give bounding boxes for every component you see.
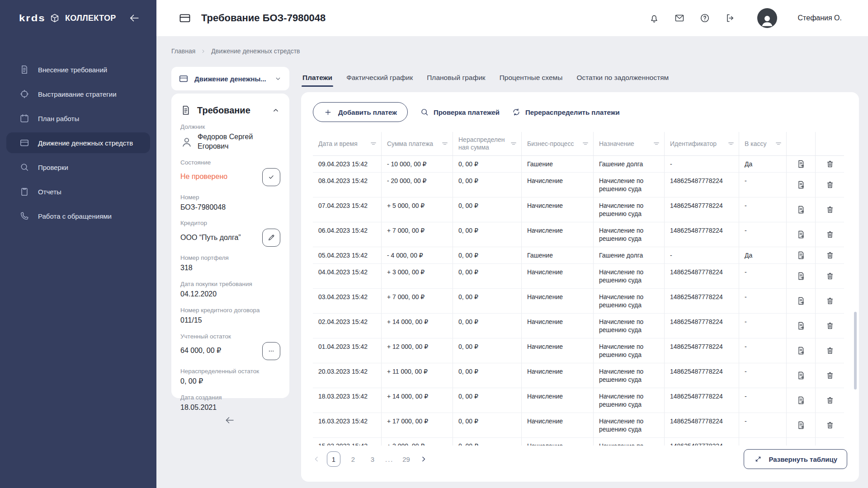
breadcrumb-home[interactable]: Главная: [171, 47, 195, 55]
tab-4[interactable]: Остатки по задолженностям: [576, 69, 670, 87]
delete-payment-button[interactable]: [824, 369, 836, 382]
payment-document-button[interactable]: [795, 270, 807, 282]
check-payments-button[interactable]: Проверка платежей: [420, 108, 500, 117]
payment-document-button[interactable]: [795, 394, 807, 407]
requirement-field: Номер портфеля 318: [180, 254, 280, 273]
page-button-2[interactable]: 2: [346, 451, 360, 467]
tab-0[interactable]: Платежи: [302, 69, 333, 87]
expand-icon: [754, 455, 763, 464]
table-row[interactable]: 20.03.2023 15:42 + 11 000, 00 ₽ 0, 00 ₽ …: [313, 363, 844, 388]
filter-icon[interactable]: [369, 140, 377, 148]
sidebar-item-6[interactable]: Работа с обращениями: [6, 206, 150, 226]
chevron-down-icon: [274, 75, 282, 83]
payment-document-button[interactable]: [795, 344, 807, 357]
delete-payment-button[interactable]: [824, 203, 836, 216]
requirement-field: Номер кредитного договора 011/15: [180, 307, 280, 325]
page-button-1[interactable]: 1: [327, 451, 340, 467]
delete-payment-button[interactable]: [824, 270, 836, 282]
payment-document-button[interactable]: [795, 369, 807, 382]
column-header: Идентификатор: [665, 132, 739, 155]
delete-payment-button[interactable]: [824, 178, 836, 191]
delete-payment-button[interactable]: [824, 228, 836, 241]
logout-button[interactable]: [725, 13, 736, 23]
table-row[interactable]: 09.04.2023 15:42 - 10 000, 00 ₽ 0, 00 ₽ …: [313, 156, 844, 173]
sidebar-item-2[interactable]: План работы: [6, 108, 150, 129]
delete-payment-button[interactable]: [824, 394, 836, 407]
next-page-button[interactable]: [419, 455, 428, 464]
help-button[interactable]: [699, 13, 710, 23]
table-row[interactable]: 16.03.2023 15:42 + 17 000, 00 ₽ 0, 00 ₽ …: [313, 413, 844, 438]
cell-identifier: 148625487778224: [665, 314, 739, 338]
expand-table-button[interactable]: Развернуть таблицу: [744, 449, 847, 469]
filter-icon[interactable]: [774, 140, 783, 148]
section-dropdown-label: Движение денежны...: [194, 75, 268, 83]
cell-undistributed: 0, 00 ₽: [453, 388, 522, 413]
add-payment-button[interactable]: Добавить платеж: [313, 102, 408, 122]
sidebar-item-1[interactable]: Выстраивание стратегии: [6, 84, 150, 104]
delete-payment-button[interactable]: [824, 344, 836, 357]
delete-payment-button[interactable]: [824, 158, 836, 170]
delete-payment-button[interactable]: [824, 419, 836, 432]
sidebar-item-3[interactable]: Движение денежных стредств: [6, 132, 150, 153]
filter-icon[interactable]: [581, 140, 590, 148]
redistribute-payments-button[interactable]: Перераспределить платежи: [512, 108, 620, 117]
table-scrollbar[interactable]: [854, 312, 857, 389]
delete-payment-button[interactable]: [824, 444, 836, 446]
table-row[interactable]: 07.04.2023 15:42 + 5 000, 00 ₽ 0, 00 ₽ Н…: [313, 197, 844, 222]
sidebar-item-5[interactable]: Отчеты: [6, 181, 150, 202]
cell-process: Гашение: [522, 247, 594, 263]
filter-icon[interactable]: [509, 140, 518, 148]
table-row[interactable]: 03.04.2023 15:42 + 7 000, 00 ₽ 0, 00 ₽ Н…: [313, 289, 844, 314]
section-dropdown[interactable]: Движение денежны...: [171, 67, 289, 90]
delete-payment-button[interactable]: [824, 319, 836, 332]
table-row[interactable]: 01.04.2023 15:42 + 12 000, 00 ₽ 0, 00 ₽ …: [313, 338, 844, 363]
sidebar-item-4[interactable]: Проверки: [6, 157, 150, 178]
mail-button[interactable]: [674, 13, 685, 23]
payment-document-button[interactable]: [795, 295, 807, 307]
payment-document-button[interactable]: [795, 158, 807, 170]
table-row[interactable]: 18.03.2023 15:42 + 14 000, 00 ₽ 0, 00 ₽ …: [313, 388, 844, 413]
confirm-status-button[interactable]: [262, 168, 280, 186]
payment-document-button[interactable]: [795, 444, 807, 446]
target-icon: [19, 89, 29, 99]
table-row[interactable]: 05.04.2023 15:42 - 4 000, 00 ₽ 0, 00 ₽ Г…: [313, 247, 844, 264]
delete-payment-button[interactable]: [824, 249, 836, 262]
payment-document-button[interactable]: [795, 228, 807, 241]
filter-icon[interactable]: [727, 140, 735, 148]
payment-document-button[interactable]: [795, 178, 807, 191]
tab-3[interactable]: Процентные схемы: [499, 69, 564, 87]
panel-back-button[interactable]: [224, 415, 235, 426]
more-actions-button[interactable]: [262, 342, 280, 360]
page-button-29[interactable]: 29: [400, 451, 413, 467]
cell-purpose: Начисление по решению суда: [594, 438, 665, 446]
payment-document-button[interactable]: [795, 249, 807, 262]
payment-document-button[interactable]: [795, 419, 807, 432]
table-row[interactable]: 06.04.2023 15:42 + 7 000, 00 ₽ 0, 00 ₽ Н…: [313, 222, 844, 247]
delete-payment-button[interactable]: [824, 295, 836, 307]
sidebar-collapse-button[interactable]: [128, 12, 140, 24]
payment-document-button[interactable]: [795, 319, 807, 332]
payment-document-button[interactable]: [795, 203, 807, 216]
sidebar-item-0[interactable]: Внесение требований: [6, 59, 150, 80]
edit-creditor-button[interactable]: [262, 229, 280, 247]
panel-collapse-button[interactable]: [271, 106, 280, 115]
avatar[interactable]: [757, 8, 777, 28]
notifications-button[interactable]: [649, 13, 660, 23]
tab-1[interactable]: Фактический график: [345, 69, 414, 87]
page-button-3[interactable]: 3: [366, 451, 379, 467]
table-row[interactable]: 08.04.2023 15:42 - 20 000, 00 ₽ 0, 00 ₽ …: [313, 173, 844, 197]
filter-icon[interactable]: [652, 140, 660, 148]
cell-identifier: 148625487778224: [665, 338, 739, 363]
cell-process: Начисление: [522, 314, 594, 338]
filter-icon[interactable]: [441, 140, 449, 148]
table-row[interactable]: 02.04.2023 15:42 + 14 000, 00 ₽ 0, 00 ₽ …: [313, 314, 844, 338]
table-row[interactable]: 04.04.2023 15:42 + 3 000, 00 ₽ 0, 00 ₽ Н…: [313, 264, 844, 289]
cell-process: Начисление: [522, 173, 594, 197]
table-row[interactable]: 15.03.2023 15:42 + 2 000, 00 ₽ 0, 00 ₽ Н…: [313, 438, 844, 446]
cell-undistributed: 0, 00 ₽: [453, 247, 522, 263]
requirement-panel-header: Требование: [180, 105, 280, 116]
page-title-wrap: Требование БОЗ-7980048: [179, 12, 326, 24]
prev-page-button[interactable]: [312, 455, 321, 464]
tab-2[interactable]: Плановый график: [426, 69, 486, 87]
cell-identifier: 148625487778224: [665, 363, 739, 388]
